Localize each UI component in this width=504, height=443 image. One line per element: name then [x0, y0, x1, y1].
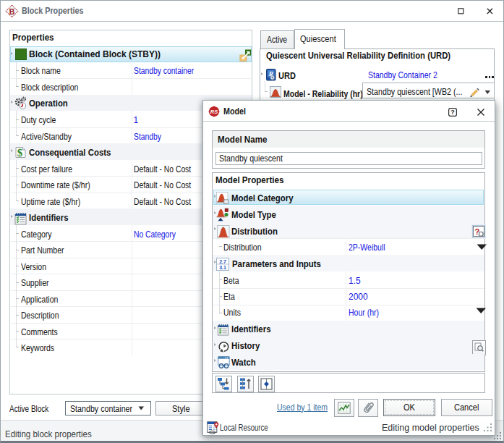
- svg-text:3.1: 3.1: [219, 265, 226, 270]
- svg-text:RS: RS: [210, 109, 218, 115]
- svg-text:B: B: [9, 7, 15, 16]
- svg-text:?: ?: [450, 109, 455, 116]
- svg-text:2.7: 2.7: [219, 259, 226, 264]
- svg-text:$: $: [17, 147, 23, 159]
